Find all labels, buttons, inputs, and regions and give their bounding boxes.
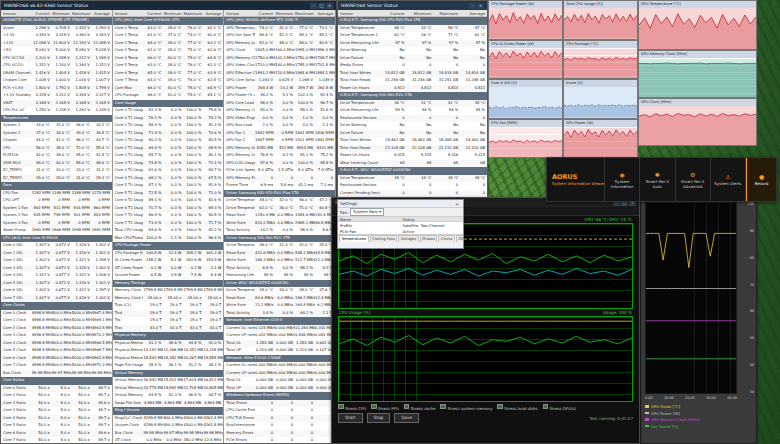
sensor-row[interactable]: Total DL0.000 GB0.000 GB0.000 GB0.000 GB [224, 377, 335, 385]
sensor-row[interactable]: CPU PLL OC1.250 V1.238 V1.262 V1.249 V [1, 107, 112, 115]
sensor-row[interactable]: GT Clock0.0 MHz0.0 MHz350.0 MHz12.4 MHz [113, 437, 224, 443]
sensor-row[interactable]: Core 3 T1 Usage74.8 %0.0 %100.0 %72.4 % [113, 160, 224, 168]
sensor-group-header[interactable]: CPU Package Power [113, 242, 224, 250]
sensor-row[interactable]: Remaining Life94 %94 %94 %94 % [224, 272, 335, 280]
hwinfo-title-bar-2[interactable]: HWiNFO64 Sensor Status – × [338, 1, 487, 10]
aorus-tab-system-information[interactable]: ◉ System Information [605, 158, 640, 201]
sensor-row[interactable]: GPU Core Load98.0 %0.0 %100.0 %96.7 % [224, 100, 335, 108]
sensor-row[interactable]: GPU Power268.4 W14.2 W289.7 W262.8 W [224, 85, 335, 93]
sensor-row[interactable]: Total CPU Usage84.6 %0.4 %100.0 %81.2 % [113, 227, 224, 235]
sensor-group-header[interactable]: Drive: Samsung SSD 970 EVO Plus 1TB [224, 190, 335, 198]
sensor-row[interactable]: Core 4 VID1.312 V0.677 V1.331 V1.306 V [1, 272, 112, 280]
sensor-graph-window[interactable]: GPU Temperature [°C] [638, 0, 757, 50]
sensor-row[interactable]: CPU Package66.0 °C41.0 °C78.0 °C65.1 °C [113, 92, 224, 100]
sensor-row[interactable]: Total Host Writes24,812 GB24,812 GB24,81… [338, 70, 487, 78]
sensor-row[interactable]: Core 7 VID1.307 V0.677 V1.326 V1.302 V [1, 295, 112, 303]
sensor-group-header[interactable]: Core Ratios [1, 377, 112, 385]
sensor-row[interactable]: Total Host Reads31,246 GB31,246 GB31,251… [338, 77, 487, 85]
sensor-row[interactable]: Virtual Memory Available20,774 MB19,992 … [113, 385, 224, 393]
stress-checkbox[interactable]: Stress system memory [440, 404, 492, 411]
sensor-row[interactable]: System 2 Fan845 RPM798 RPM901 RPM844 RPM [1, 212, 112, 220]
hwinfo-title-bar[interactable]: HWiNFO64 v6.42-4360 Sensor Status – □ × [1, 1, 336, 10]
sensor-row[interactable]: Core 4 Temp66.0 °C40.0 °C78.0 °C64.8 °C [113, 55, 224, 63]
sensor-row[interactable]: Core 0 Clock4998.8 MHz800.0 MHz5000.0 MH… [1, 310, 112, 318]
sensor-row[interactable]: Core 1 Temp61.0 °C37.0 °C74.0 °C60.4 °C [113, 32, 224, 40]
sensor-row[interactable]: GPU Clock1905.0 MHz300.0 MHz1995.0 MHz18… [224, 47, 335, 55]
sensor-group-header[interactable]: Network: Intel Ethernet I219-V [224, 317, 335, 325]
sensor-row[interactable]: CPU TLB Errors0000 [224, 415, 335, 423]
sensor-row[interactable]: Page File Usage38.4 %36.1 %41.2 %38.2 % [113, 362, 224, 370]
sensor-row[interactable]: Core 2 Ratio50.0 x8.0 x50.0 x49.6 x [1, 400, 112, 408]
sensor-row[interactable]: Core 5 VID1.307 V0.672 V1.326 V1.301 V [1, 280, 112, 288]
sensor-row[interactable]: Total Host Writes18,462 GB18,462 GB18,46… [338, 137, 487, 145]
sensor-row[interactable]: Power On Hours4,8124,8124,8134,812 [338, 85, 487, 93]
dialog-tab[interactable]: Voltages [398, 235, 418, 242]
stress-checkbox[interactable]: Stress FPU [371, 404, 399, 411]
sensor-graph-window[interactable]: GPU Clock [MHz] [638, 98, 757, 146]
sensor-row[interactable]: Virtual Memory Commited16,842 MB15,912 M… [113, 377, 224, 385]
sensor-row[interactable]: EC_TEMP229.0 °C28.0 °C31.0 °C29.3 °C [1, 175, 112, 183]
sensor-row[interactable]: Core 6 Ratio50.0 x8.0 x50.0 x49.6 x [1, 430, 112, 438]
aorus-tab-system-alerts[interactable]: ⚠ System Alerts [711, 158, 746, 201]
sensor-row[interactable]: Drive Temperature 262.0 °C36.0 °C71.0 °C… [224, 205, 335, 213]
sensor-row[interactable]: Media Errors0000 [338, 62, 487, 70]
sensor-row[interactable]: +5V5.040 V5.000 V5.080 V5.038 V [1, 47, 112, 55]
sensor-row[interactable]: Total Activity14.2 %0.0 %98.4 %8.6 % [224, 227, 335, 235]
close-icon[interactable]: × [453, 201, 461, 207]
sensor-group-header[interactable]: Physical Memory [113, 332, 224, 340]
sensor-row[interactable]: GPU D3D Usage97.6 %0.0 %100.0 %95.8 % [224, 160, 335, 168]
sensor-row[interactable]: Core 1 T1 Usage71.9 %0.0 %100.0 %70.6 % [113, 130, 224, 138]
sensor-row[interactable]: Chipset Core1.008 V1.000 V1.016 V1.007 V [1, 77, 112, 85]
sensor-row[interactable]: DRAM Channel A/B1.416 V1.404 V1.428 V1.4… [1, 70, 112, 78]
aorus-tab-smart-fan-auto[interactable]: ✱ Smart Fan 5 Auto [640, 158, 675, 201]
sensor-row[interactable]: GPU Power (% of TDP)94.2 %5.1 %102.3 %92… [224, 92, 335, 100]
dialog-title-bar[interactable]: Settings × [338, 200, 463, 208]
sensor-row[interactable]: GPU Memory Junction82.0 °C48.0 °C84.0 °C… [224, 40, 335, 48]
sensor-row[interactable]: Core 0 Ratio50.0 x8.0 x50.0 x49.7 x [1, 385, 112, 393]
sensor-row[interactable]: Core 1 T0 Usage88.4 %0.0 %100.0 %81.3 % [113, 122, 224, 130]
sensor-row[interactable]: Total Host Reads22,108 GB22,108 GB22,112… [338, 145, 487, 153]
sensor-row[interactable]: Bus Clock99.98 MHz99.97 MHz99.98 MHz99.9… [113, 430, 224, 438]
sensor-group-header[interactable]: GPU [#0]: NVIDIA GeForce RTX 2080 Ti [224, 17, 335, 25]
dialog-tab[interactable]: Phases [420, 235, 438, 242]
sensor-row[interactable]: Read Rate84.6 MB/s0.0 MB/s196.2 MB/s12.4… [224, 295, 335, 303]
sensor-row[interactable]: GPU Fan 11842 RPM0 RPM1901 RPM1836 RPM [224, 130, 335, 138]
sensor-row[interactable]: Uncore Clock4299.8 MHz800.0 MHz4300.0 MH… [113, 422, 224, 430]
sensor-row[interactable]: CPU VCCIO1.152 V1.140 V1.164 V1.151 V [1, 62, 112, 70]
sensor-graph-window[interactable]: CPU IA Cores Power [W] [488, 40, 563, 80]
sensor-row[interactable]: GPU Memory Allocated8452 MB512 MB8914 MB… [224, 145, 335, 153]
sensor-row[interactable]: Core Max66.0 °C40.0 °C78.0 °C64.9 °C [113, 85, 224, 93]
dialog-tab[interactable]: OSD [456, 235, 463, 242]
sensor-graph-window[interactable]: Vcore [V] [563, 79, 638, 119]
close-icon[interactable]: × [326, 3, 333, 9]
sensor-row[interactable]: Core 7 Ratio50.0 x8.0 x50.0 x49.7 x [1, 437, 112, 443]
start-button[interactable]: Start [338, 413, 363, 423]
sensor-row[interactable]: Trp19.0 T19.0 T19.0 T19.0 T [113, 317, 224, 325]
sensor-row[interactable]: Core 5 Ratio50.0 x8.0 x50.0 x49.7 x [1, 422, 112, 430]
sensor-row[interactable]: Core 0 Temp63.0 °C38.0 °C76.0 °C62.1 °C [113, 25, 224, 33]
sensor-group-header[interactable]: Drive: WDC WD40EZRZ-00GXCB0 [224, 280, 335, 288]
sensor-row[interactable]: Core 7 T1 Usage73.4 %0.0 %100.0 %71.7 % [113, 220, 224, 228]
sensor-group-header[interactable]: CPU [#0]: Intel Core i9-9900K [1, 235, 112, 243]
sensor-row[interactable]: Uncore Power6.5 W3.9 W7.8 W6.4 W [113, 272, 224, 280]
sensor-row[interactable]: Core 4 T1 Usage68.2 %0.0 %100.0 %67.5 % [113, 175, 224, 183]
close-icon[interactable]: × [477, 3, 484, 9]
sensor-row[interactable]: EC_TEMP131.0 °C30.0 °C33.0 °C31.1 °C [1, 167, 112, 175]
sensor-row[interactable]: Drive Temperature38 °C34 °C39 °C38 °C [338, 175, 487, 183]
sensor-row[interactable]: Drive WarningNoNoNoNo [338, 47, 487, 55]
sensor-row[interactable]: Wear Leveling Count68686868 [338, 160, 487, 168]
sensor-row[interactable]: PCIe Errors0000 [224, 437, 335, 443]
sensor-row[interactable]: Write Rate820.2 MB/s0.0 MB/s2988.1 MB/s9… [224, 220, 335, 228]
sensor-row[interactable]: Core 2 T0 Usage90.2 %0.0 %100.0 %83.5 % [113, 137, 224, 145]
stress-checkbox[interactable]: Stress GPU(s) [543, 404, 576, 411]
sensor-row[interactable]: Bus Clock99.98 MHz99.97 MHz99.98 MHz99.9… [1, 370, 112, 378]
sensor-row[interactable]: Tras43.0 T43.0 T43.0 T43.0 T [113, 325, 224, 333]
sensor-row[interactable]: Drive Temperature48 °C32 °C56 °C47 °C [338, 25, 487, 33]
dialog-tab[interactable]: Cooling Fans [370, 235, 398, 242]
sensor-row[interactable]: Read Rate412.6 MB/s0.0 MB/s548.2 MB/s44.… [224, 250, 335, 258]
sensor-row[interactable]: Total Activity6.8 %0.0 %88.2 %4.2 % [224, 265, 335, 273]
sensor-group-header[interactable]: S.M.A.R.T.: WDC WD40EZRZ-00GXCB0 [338, 167, 487, 175]
sensor-row[interactable]: Core 1 VID1.307 V0.677 V1.326 V1.301 V [1, 250, 112, 258]
sensor-row[interactable]: CPU Cache Errors0000 [224, 407, 335, 415]
sensor-row[interactable]: Drive WarningNoNoNoNo [338, 122, 487, 130]
